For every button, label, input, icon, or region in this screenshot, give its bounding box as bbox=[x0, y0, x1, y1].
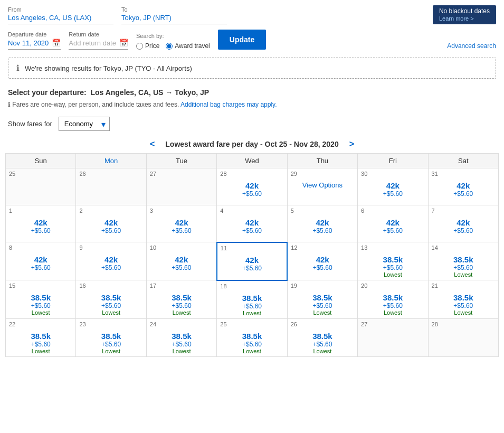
table-row[interactable]: 1638.5k+$5.60Lowest bbox=[76, 280, 146, 319]
cell-fare-amount: 42k bbox=[79, 255, 142, 264]
update-button[interactable]: Update bbox=[218, 30, 266, 50]
cell-day-number: 23 bbox=[79, 321, 142, 327]
cell-fee-amount: +$5.60 bbox=[432, 302, 495, 309]
cell-lowest-label: Lowest bbox=[79, 348, 142, 354]
table-row[interactable]: 2038.5k+$5.60Lowest bbox=[358, 280, 428, 319]
table-row[interactable]: 2238.5k+$5.60Lowest bbox=[6, 318, 76, 356]
cell-fare-amount: 42k bbox=[221, 256, 283, 265]
col-header-wed: Wed bbox=[217, 154, 287, 168]
cell-day-number: 19 bbox=[291, 283, 354, 289]
from-value[interactable]: Los Angeles, CA, US (LAX) bbox=[8, 14, 91, 22]
next-month-button[interactable]: > bbox=[349, 139, 354, 149]
cell-fee-amount: +$5.60 bbox=[220, 190, 283, 197]
cell-fare-amount: 38.5k bbox=[79, 332, 142, 341]
departure-calendar-icon[interactable]: 📅 bbox=[52, 39, 61, 47]
cell-fee-amount: +$5.60 bbox=[432, 190, 495, 197]
cell-fare-amount: 38.5k bbox=[220, 332, 283, 341]
table-row[interactable]: 2438.5k+$5.60Lowest bbox=[146, 318, 216, 356]
table-row[interactable]: 1438.5k+$5.60Lowest bbox=[428, 242, 498, 280]
table-row[interactable]: 3142k+$5.60 bbox=[428, 168, 498, 205]
cell-day-number: 27 bbox=[150, 171, 213, 177]
cell-fee-amount: +$5.60 bbox=[432, 227, 495, 234]
table-row[interactable]: 2138.5k+$5.60Lowest bbox=[428, 280, 498, 319]
cell-day-number: 26 bbox=[291, 321, 354, 327]
return-date[interactable]: Add return date bbox=[69, 39, 116, 47]
table-row[interactable]: 542k+$5.60 bbox=[287, 205, 357, 242]
prev-month-button[interactable]: < bbox=[150, 139, 155, 149]
departure-date[interactable]: Nov 11, 2020 bbox=[8, 39, 49, 47]
table-row[interactable]: 1142k+$5.60 bbox=[217, 242, 287, 280]
cell-day-number: 16 bbox=[79, 283, 142, 289]
advanced-search-link[interactable]: Advanced search bbox=[447, 42, 496, 50]
cell-day-number: 5 bbox=[291, 208, 354, 214]
cell-fee-amount: +$5.60 bbox=[361, 302, 424, 309]
cell-day-number: 3 bbox=[150, 208, 213, 214]
cell-fee-amount: +$5.60 bbox=[220, 303, 283, 310]
table-row[interactable]: 1538.5k+$5.60Lowest bbox=[6, 280, 76, 319]
cell-fare-amount: 42k bbox=[361, 218, 424, 227]
cell-fare-amount: 38.5k bbox=[150, 332, 213, 341]
table-row[interactable]: 2638.5k+$5.60Lowest bbox=[287, 318, 357, 356]
table-row[interactable]: 642k+$5.60 bbox=[358, 205, 428, 242]
cell-day-number: 24 bbox=[150, 321, 213, 327]
cell-fare-amount: 42k bbox=[79, 218, 142, 227]
table-row[interactable]: 142k+$5.60 bbox=[6, 205, 76, 242]
cell-day-number: 1 bbox=[9, 208, 72, 214]
cell-fee-amount: +$5.60 bbox=[79, 302, 142, 309]
table-row: 27 bbox=[146, 168, 216, 205]
banner-link[interactable]: Learn more > bbox=[439, 15, 474, 22]
economy-dropdown[interactable]: Economy bbox=[59, 117, 110, 131]
table-row[interactable]: 1738.5k+$5.60Lowest bbox=[146, 280, 216, 319]
table-row[interactable]: 442k+$5.60 bbox=[217, 205, 287, 242]
cell-day-number: 11 bbox=[221, 245, 283, 251]
table-row[interactable]: 2338.5k+$5.60Lowest bbox=[76, 318, 146, 356]
cell-day-number: 27 bbox=[361, 321, 424, 327]
table-row[interactable]: 842k+$5.60 bbox=[6, 242, 76, 280]
cell-day-number: 31 bbox=[432, 171, 495, 177]
table-row[interactable]: 942k+$5.60 bbox=[76, 242, 146, 280]
table-row[interactable]: 342k+$5.60 bbox=[146, 205, 216, 242]
cell-day-number: 17 bbox=[150, 283, 213, 289]
cell-day-number: 25 bbox=[220, 321, 283, 327]
table-row[interactable]: 1338.5k+$5.60Lowest bbox=[358, 242, 428, 280]
table-row[interactable]: 1838.5k+$5.60Lowest bbox=[217, 280, 287, 319]
table-row[interactable]: 29View Options bbox=[287, 168, 357, 205]
cell-day-number: 26 bbox=[79, 171, 142, 177]
to-value[interactable]: Tokyo, JP (NRT) bbox=[121, 14, 172, 22]
cell-fee-amount: +$5.60 bbox=[432, 264, 495, 271]
table-row[interactable]: 2538.5k+$5.60Lowest bbox=[217, 318, 287, 356]
cell-fare-amount: 42k bbox=[220, 181, 283, 190]
cell-fare-amount: 38.5k bbox=[9, 293, 72, 302]
return-calendar-icon[interactable]: 📅 bbox=[119, 39, 128, 47]
cell-day-number: 6 bbox=[361, 208, 424, 214]
view-options-link[interactable]: View Options bbox=[291, 181, 354, 189]
table-row[interactable]: 742k+$5.60 bbox=[428, 205, 498, 242]
cell-day-number: 14 bbox=[432, 244, 495, 251]
table-row[interactable]: 1242k+$5.60 bbox=[287, 242, 357, 280]
bag-charges-link[interactable]: Additional bag charges may apply. bbox=[180, 101, 277, 108]
cell-lowest-label: Lowest bbox=[291, 348, 354, 354]
cell-fare-amount: 38.5k bbox=[291, 293, 354, 302]
price-radio[interactable]: Price bbox=[136, 42, 159, 50]
col-header-sun: Sun bbox=[6, 154, 76, 168]
cell-fare-amount: 42k bbox=[9, 218, 72, 227]
table-row[interactable]: 1938.5k+$5.60Lowest bbox=[287, 280, 357, 319]
table-row: 26 bbox=[76, 168, 146, 205]
select-route: Los Angeles, CA, US → Tokyo, JP bbox=[90, 88, 209, 97]
cell-fee-amount: +$5.60 bbox=[361, 264, 424, 271]
cell-fee-amount: +$5.60 bbox=[9, 227, 72, 234]
cell-day-number: 10 bbox=[150, 244, 213, 251]
fares-note-icon: ℹ bbox=[8, 101, 11, 108]
cell-lowest-label: Lowest bbox=[432, 271, 495, 278]
table-row[interactable]: 242k+$5.60 bbox=[76, 205, 146, 242]
cell-day-number: 28 bbox=[220, 171, 283, 177]
table-row[interactable]: 1042k+$5.60 bbox=[146, 242, 216, 280]
col-header-fri: Fri bbox=[358, 154, 428, 168]
cell-fare-amount: 38.5k bbox=[361, 255, 424, 264]
table-row[interactable]: 2842k+$5.60 bbox=[217, 168, 287, 205]
cell-day-number: 13 bbox=[361, 244, 424, 251]
cell-fee-amount: +$5.60 bbox=[9, 341, 72, 348]
award-radio[interactable]: Award travel bbox=[166, 42, 210, 50]
table-row[interactable]: 3042k+$5.60 bbox=[358, 168, 428, 205]
table-row: 28 bbox=[428, 318, 498, 356]
